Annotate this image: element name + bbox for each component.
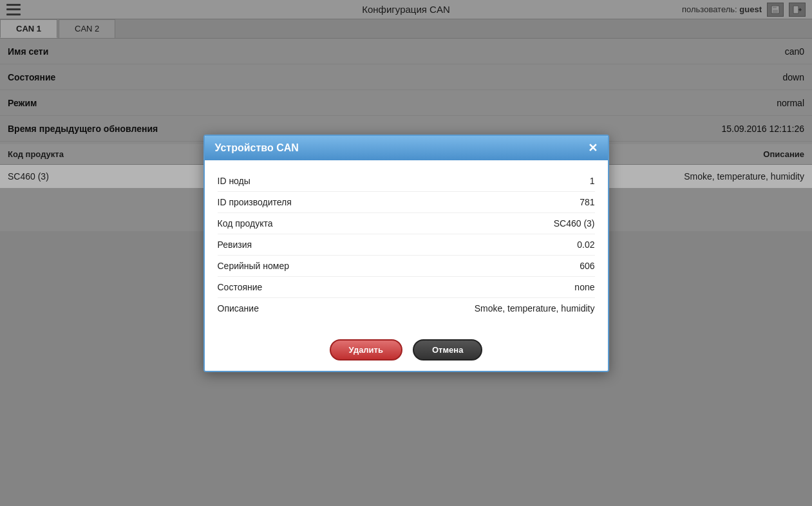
modal-overlay: Устройство CAN ✕ ID ноды 1 ID производит…	[0, 0, 812, 506]
modal-header: Устройство CAN ✕	[205, 136, 608, 160]
modal-row-manufacturer-id: ID производителя 781	[218, 192, 595, 213]
modal-title: Устройство CAN	[215, 142, 299, 154]
modal-row-description: Описание Smoke, temperature, humidity	[218, 298, 595, 319]
cancel-button[interactable]: Отмена	[413, 339, 482, 361]
delete-button[interactable]: Удалить	[330, 339, 402, 361]
modal-row-serial-number: Серийный номер 606	[218, 256, 595, 277]
modal-row-revision: Ревизия 0.02	[218, 234, 595, 256]
modal-row-product-code: Код продукта SC460 (3)	[218, 213, 595, 234]
modal-footer: Удалить Отмена	[205, 329, 608, 371]
modal-close-button[interactable]: ✕	[588, 142, 598, 154]
device-modal: Устройство CAN ✕ ID ноды 1 ID производит…	[203, 135, 609, 372]
modal-row-status: Состояние none	[218, 277, 595, 298]
modal-body: ID ноды 1 ID производителя 781 Код проду…	[205, 160, 608, 329]
modal-row-node-id: ID ноды 1	[218, 171, 595, 192]
